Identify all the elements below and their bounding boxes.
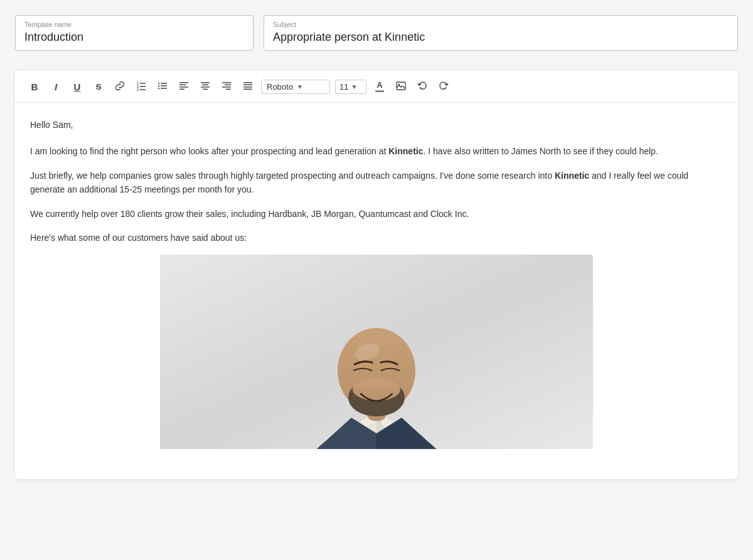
italic-button[interactable]: I [46, 77, 65, 96]
underline-button[interactable]: U [68, 77, 87, 96]
svg-rect-3 [140, 86, 146, 87]
align-right-button[interactable] [217, 77, 236, 96]
text-color-button[interactable]: A [370, 77, 389, 96]
fields-row: Template name Subject [15, 15, 738, 51]
svg-rect-26 [243, 87, 252, 88]
font-selector[interactable]: Roboto ▼ [261, 80, 330, 94]
svg-point-8 [158, 85, 159, 86]
link-icon [115, 81, 125, 93]
align-left-icon [179, 81, 189, 93]
align-right-icon [222, 81, 232, 93]
unordered-list-button[interactable] [153, 77, 172, 96]
align-center-button[interactable] [196, 77, 215, 96]
unordered-list-icon [158, 81, 168, 93]
email-paragraph-1: I am looking to find the right person wh… [30, 144, 723, 158]
svg-rect-12 [179, 82, 188, 83]
svg-rect-11 [161, 88, 167, 89]
svg-rect-27 [243, 88, 252, 90]
email-paragraph-2: Just briefly, we help companies grow sal… [30, 169, 723, 197]
svg-rect-16 [201, 82, 210, 83]
svg-rect-15 [179, 88, 184, 90]
underline-icon: U [74, 82, 81, 92]
svg-rect-7 [161, 83, 167, 84]
subject-input[interactable] [273, 31, 729, 44]
template-name-field: Template name [15, 15, 254, 51]
justify-icon [243, 81, 253, 93]
subject-field: Subject [264, 15, 738, 51]
font-name: Roboto [267, 82, 293, 92]
font-selector-arrow: ▼ [297, 83, 303, 90]
subject-label: Subject [273, 21, 729, 28]
svg-point-10 [158, 87, 159, 88]
email-greeting: Hello Sam, [30, 118, 723, 132]
strikethrough-icon: S [96, 82, 102, 92]
svg-rect-17 [202, 84, 208, 85]
template-name-input[interactable] [24, 31, 244, 44]
redo-button[interactable] [434, 77, 453, 96]
insert-image-button[interactable] [392, 77, 410, 96]
svg-rect-23 [226, 88, 231, 90]
svg-rect-18 [201, 87, 210, 88]
align-center-icon [200, 81, 210, 93]
template-name-label: Template name [24, 21, 244, 28]
text-color-icon: A [375, 81, 384, 92]
align-left-button[interactable] [174, 77, 193, 96]
svg-rect-20 [222, 82, 231, 83]
svg-rect-21 [225, 84, 231, 85]
undo-button[interactable] [413, 77, 432, 96]
email-paragraph-3: We currently help over 180 clients grow … [30, 207, 723, 221]
svg-rect-25 [243, 84, 252, 85]
undo-icon [417, 81, 427, 93]
link-button[interactable] [110, 77, 129, 96]
bold-icon: B [31, 82, 38, 92]
svg-rect-9 [161, 85, 167, 87]
font-size-selector[interactable]: 11 ▼ [335, 80, 366, 94]
justify-button[interactable] [238, 77, 257, 96]
ordered-list-icon: 1. 2. 3. [136, 81, 146, 93]
svg-text:3.: 3. [137, 88, 140, 91]
redo-icon [439, 81, 449, 93]
font-size-value: 11 [339, 82, 348, 92]
ordered-list-button[interactable]: 1. 2. 3. [132, 77, 151, 96]
svg-point-6 [158, 82, 159, 83]
svg-rect-22 [222, 87, 231, 88]
email-editor: B I U S [15, 71, 738, 479]
svg-rect-24 [243, 82, 252, 83]
editor-toolbar: B I U S [15, 71, 738, 103]
email-paragraph-4: Here's what some of our customers have s… [30, 231, 723, 245]
svg-rect-14 [179, 87, 188, 88]
bold-button[interactable]: B [25, 77, 44, 96]
size-selector-arrow: ▼ [351, 83, 357, 90]
insert-image-icon [396, 81, 406, 93]
svg-rect-1 [140, 83, 146, 84]
svg-rect-5 [140, 89, 146, 90]
svg-rect-13 [179, 84, 186, 85]
email-image [160, 255, 593, 449]
strikethrough-button[interactable]: S [89, 77, 108, 96]
svg-rect-19 [203, 88, 208, 90]
editor-content-area[interactable]: Hello Sam, I am looking to find the righ… [15, 103, 738, 479]
svg-point-38 [353, 378, 400, 401]
italic-icon: I [55, 82, 57, 92]
